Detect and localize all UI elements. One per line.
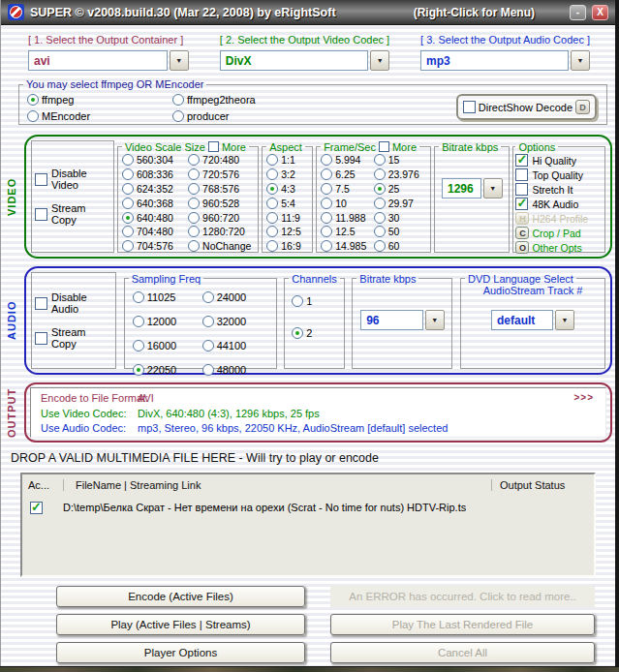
audio-bitrate-value[interactable]: 96: [360, 310, 422, 330]
video-bitrate-value[interactable]: 1296: [442, 178, 481, 199]
scale-radio[interactable]: 640:480: [122, 210, 188, 225]
audio-toggle[interactable]: ✓ Stream Copy: [35, 326, 112, 350]
scale-radio[interactable]: 704:480: [122, 225, 188, 239]
scale-radio[interactable]: 720:576: [188, 168, 254, 182]
chevron-down-icon[interactable]: ▼: [370, 50, 389, 71]
scale-radio[interactable]: 560:304: [122, 153, 188, 168]
channel-radio[interactable]: 2: [292, 326, 339, 341]
chevron-down-icon[interactable]: ▼: [425, 310, 445, 330]
video-toggle[interactable]: ✓ Stream Copy: [35, 202, 110, 226]
fps-radio[interactable]: 50: [374, 225, 427, 239]
minimize-button[interactable]: -: [570, 5, 586, 20]
fps-radio[interactable]: 25: [374, 182, 427, 197]
container-combobox[interactable]: avi ▼: [28, 50, 189, 71]
fps-radio[interactable]: 15: [374, 153, 427, 168]
sampling-radio[interactable]: 22050: [133, 362, 202, 377]
aspect-radio[interactable]: 5:4: [266, 196, 308, 210]
video-option-button-row[interactable]: H H264 Profile: [515, 211, 603, 226]
scale-radio[interactable]: 624:352: [122, 182, 188, 197]
fps-radio[interactable]: 5.994: [321, 153, 374, 168]
option-letter-button[interactable]: C: [515, 227, 529, 239]
close-button[interactable]: X: [592, 5, 608, 20]
encoder-radio[interactable]: MEncoder: [27, 107, 172, 124]
aspect-radio[interactable]: 12:5: [266, 225, 308, 239]
scale-radio[interactable]: 720:480: [188, 153, 254, 168]
scale-radio[interactable]: 960:528: [188, 196, 254, 210]
file-list[interactable]: Ac... FileName | Streaming Link Output S…: [20, 473, 596, 577]
fps-radio[interactable]: 29.97: [374, 196, 427, 210]
scale-radio[interactable]: NoChange: [188, 239, 254, 254]
audio-codec-value[interactable]: mp3: [420, 50, 569, 71]
fps-column-2: 15 23.976 25: [374, 153, 427, 254]
fps-radio[interactable]: 60: [374, 239, 427, 254]
radio-label: 30: [388, 212, 400, 224]
encoder-radio[interactable]: ffmpeg: [27, 91, 172, 107]
scale-radio[interactable]: 704:576: [122, 239, 188, 254]
scale-radio[interactable]: 608:336: [122, 168, 188, 182]
sampling-radio[interactable]: 48000: [202, 362, 272, 377]
audiostream-value[interactable]: default: [491, 310, 553, 330]
file-active-checkbox[interactable]: ✓: [30, 502, 43, 514]
sampling-radio[interactable]: 32000: [202, 315, 272, 329]
file-row[interactable]: ✓ D:\temp\Белка Скрат - Нет времени на о…: [22, 498, 594, 517]
file-name[interactable]: D:\temp\Белка Скрат - Нет времени на оре…: [63, 502, 466, 513]
directshow-checkbox[interactable]: ✓: [463, 101, 476, 113]
audio-bitrate-combobox[interactable]: 96 ▼: [360, 310, 444, 330]
chevron-down-icon[interactable]: ▼: [483, 178, 503, 199]
scale-radio[interactable]: 1280:720: [188, 225, 254, 239]
directshow-d-button[interactable]: D: [575, 100, 590, 114]
scale-more-checkbox[interactable]: ✓: [208, 141, 219, 152]
fps-radio[interactable]: 6.25: [321, 168, 374, 182]
fps-radio[interactable]: 11.988: [321, 210, 374, 225]
sampling-radio[interactable]: 24000: [202, 290, 272, 305]
play-button[interactable]: Play (Active Files | Streams): [56, 614, 305, 635]
video-toggle[interactable]: ✓ Disable Video: [35, 168, 110, 191]
aspect-radio[interactable]: 1:1: [266, 153, 308, 168]
cancel-all-button[interactable]: Cancel All: [330, 642, 595, 663]
fps-radio[interactable]: 7.5: [321, 182, 374, 197]
aspect-radio[interactable]: 3:2: [266, 168, 308, 182]
encoder-radio[interactable]: ffmpeg2theora: [172, 91, 347, 107]
video-option-button-row[interactable]: O Other Opts: [515, 240, 603, 255]
video-bitrate-combobox[interactable]: 1296 ▼: [442, 178, 503, 199]
player-options-button[interactable]: Player Options: [56, 642, 305, 663]
chevron-down-icon[interactable]: ▼: [555, 310, 574, 330]
output-more-arrows[interactable]: >>>: [573, 392, 594, 403]
channel-radio[interactable]: 1: [292, 293, 339, 308]
scale-radio[interactable]: 960:720: [188, 210, 254, 225]
sampling-radio[interactable]: 44100: [202, 339, 272, 353]
fps-radio[interactable]: 10: [321, 196, 374, 210]
video-codec-combobox[interactable]: DivX ▼: [220, 50, 389, 71]
sampling-radio[interactable]: 11025: [133, 290, 202, 305]
audiostream-combobox[interactable]: default ▼: [491, 310, 574, 330]
fps-radio[interactable]: 30: [374, 210, 427, 225]
error-message-panel[interactable]: An ERROR has occurred. Click to read mor…: [330, 586, 595, 607]
fps-radio[interactable]: 14.985: [321, 239, 374, 254]
fps-radio[interactable]: 23.976: [374, 168, 427, 182]
play-last-rendered-button[interactable]: Play The Last Rendered File: [330, 614, 595, 635]
aspect-radio[interactable]: 4:3: [266, 182, 308, 197]
sampling-radio[interactable]: 12000: [133, 315, 202, 329]
video-option-checkbox-item[interactable]: ✓ Hi Quality: [515, 153, 603, 168]
chevron-down-icon[interactable]: ▼: [571, 50, 590, 71]
video-codec-value[interactable]: DivX: [220, 50, 368, 71]
fps-radio[interactable]: 12.5: [321, 225, 374, 239]
video-option-button-row[interactable]: C Crop / Pad: [515, 226, 603, 240]
aspect-radio[interactable]: 16:9: [266, 239, 308, 254]
video-option-checkbox-item[interactable]: ✓ Top Quality: [515, 168, 603, 182]
video-option-checkbox-item[interactable]: ✓ 48K Audio: [515, 197, 603, 211]
scale-radio[interactable]: 640:368: [122, 196, 188, 210]
audio-codec-combobox[interactable]: mp3 ▼: [420, 50, 590, 71]
encode-button[interactable]: Encode (Active Files): [56, 586, 305, 607]
container-value[interactable]: avi: [28, 50, 168, 71]
sampling-radio[interactable]: 16000: [133, 339, 202, 353]
encoder-radio[interactable]: producer: [172, 107, 347, 124]
chevron-down-icon[interactable]: ▼: [170, 50, 189, 71]
option-letter-button[interactable]: H: [515, 212, 529, 225]
scale-radio[interactable]: 768:576: [188, 182, 254, 197]
audio-toggle[interactable]: ✓ Disable Audio: [35, 291, 112, 315]
aspect-radio[interactable]: 11:9: [266, 210, 308, 225]
fps-more-checkbox[interactable]: ✓: [379, 141, 389, 152]
option-letter-button[interactable]: O: [515, 241, 529, 254]
video-option-checkbox-item[interactable]: ✓ Stretch It: [515, 182, 603, 197]
